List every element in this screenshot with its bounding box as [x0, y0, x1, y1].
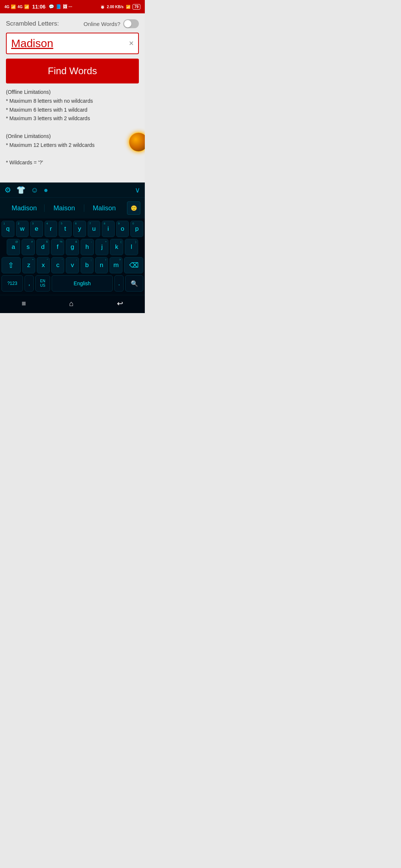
battery-display: 79: [133, 4, 140, 10]
network2-label: 4G: [17, 5, 22, 9]
key-z[interactable]: *z: [22, 257, 35, 273]
status-left: 4G 📶 4G 📶 11:06 💬 📘 🖼 ···: [4, 4, 72, 10]
key-t[interactable]: 5t: [59, 221, 72, 237]
keyboard-dismiss-icon[interactable]: ∨: [135, 185, 140, 194]
alarm-icon: ⏰: [100, 5, 105, 9]
suggestions-bar: Madison Maison Malison 🙂: [0, 198, 145, 218]
key-r[interactable]: 4r: [45, 221, 58, 237]
key-q[interactable]: 1q: [1, 221, 14, 237]
keyboard-rows: 1q 2w 3e 4r 5t 6y 7u 8i 9o 0p @a #s $d %…: [0, 218, 145, 295]
key-y[interactable]: 6y: [73, 221, 86, 237]
time-display: 11:06: [32, 4, 46, 10]
offline-line3: * Maximum 3 letters with 2 wildcards: [6, 114, 139, 123]
key-j[interactable]: +j: [95, 239, 109, 255]
key-p[interactable]: 0p: [130, 221, 143, 237]
nav-menu-icon[interactable]: ≡: [22, 299, 26, 308]
nav-bar: ≡ ⌂ ↩: [0, 295, 145, 313]
online-title: (Online Limitations): [6, 132, 139, 141]
key-u[interactable]: 7u: [88, 221, 101, 237]
facebook-icon: 📘: [56, 4, 61, 9]
network1-label: 4G: [4, 5, 9, 9]
key-e[interactable]: 3e: [30, 221, 43, 237]
online-words-label: Online Words?: [84, 21, 120, 27]
key-b[interactable]: ;b: [81, 257, 94, 273]
header-row: Scrambled Letters: Online Words?: [6, 19, 139, 28]
key-backspace[interactable]: ⌫: [124, 257, 143, 273]
nav-home-icon[interactable]: ⌂: [69, 299, 74, 308]
online-words-row: Online Words?: [84, 19, 139, 28]
key-o[interactable]: 9o: [116, 221, 129, 237]
message-icon: 💬: [49, 4, 54, 9]
key-f[interactable]: %f: [51, 239, 64, 255]
keyboard-row-1: 1q 2w 3e 4r 5t 6y 7u 8i 9o 0p: [1, 221, 143, 237]
keyboard-row-3: ⇧ *z "x 'c :v ;b !n ?m ⌫: [1, 257, 143, 273]
wildcards-note: * Wildcards = '?': [6, 158, 139, 167]
online-line1: * Maximum 12 Letters with 2 wildcards: [6, 141, 139, 150]
keyboard-toolbar: ⚙ 👕 ☺ ● ∨: [0, 183, 145, 198]
limitations-text: (Offline Limitations) * Maximum 8 letter…: [6, 88, 139, 167]
status-bar: 4G 📶 4G 📶 11:06 💬 📘 🖼 ··· ⏰ 2.00 KB/s 📶 …: [0, 0, 145, 13]
key-k[interactable]: (k: [110, 239, 123, 255]
offline-line2: * Maximum 6 letters with 1 wildcard: [6, 106, 139, 115]
suggestion-2[interactable]: Malison: [84, 204, 124, 212]
key-period[interactable]: .: [114, 275, 124, 292]
key-space[interactable]: English: [52, 275, 113, 292]
key-l[interactable]: )l: [125, 239, 138, 255]
online-words-toggle[interactable]: [123, 19, 139, 28]
search-input[interactable]: Madison: [11, 37, 129, 50]
key-a[interactable]: @a: [7, 239, 20, 255]
suggestion-emoji-btn[interactable]: 🙂: [127, 201, 140, 215]
key-n[interactable]: !n: [95, 257, 108, 273]
keyboard-area: ⚙ 👕 ☺ ● ∨ Madison Maison Malison 🙂 1q 2w…: [0, 183, 145, 313]
key-w[interactable]: 2w: [16, 221, 29, 237]
find-words-button[interactable]: Find Words: [6, 59, 139, 83]
search-box[interactable]: Madison ×: [6, 33, 139, 54]
status-right: ⏰ 2.00 KB/s 📶 79: [100, 4, 140, 10]
key-h[interactable]: -h: [81, 239, 94, 255]
offline-line1: * Maximum 8 letters with no wildcards: [6, 97, 139, 106]
app-content: Scrambled Letters: Online Words? Madison…: [0, 13, 145, 183]
key-language[interactable]: ENUS: [35, 275, 50, 292]
offline-title: (Offline Limitations): [6, 88, 139, 97]
network-speed: 2.00 KB/s: [107, 5, 124, 9]
key-s[interactable]: #s: [22, 239, 35, 255]
signal-icon1: 📶: [11, 4, 16, 9]
suggestion-1[interactable]: Maison: [45, 204, 84, 212]
key-comma[interactable]: ,: [25, 275, 34, 292]
app-title: Scrambled Letters:: [6, 20, 59, 27]
key-numbers[interactable]: ?123: [1, 275, 23, 292]
key-search[interactable]: 🔍: [125, 275, 143, 292]
key-m[interactable]: ?m: [110, 257, 123, 273]
key-d[interactable]: $d: [36, 239, 50, 255]
suggestion-0[interactable]: Madison: [4, 204, 44, 212]
image-icon: 🖼: [63, 4, 67, 9]
key-c[interactable]: 'c: [51, 257, 64, 273]
keyboard-face-icon[interactable]: ☺: [31, 186, 38, 194]
keyboard-circle-icon[interactable]: ●: [43, 186, 48, 194]
key-v[interactable]: :v: [66, 257, 79, 273]
keyboard-shirt-icon[interactable]: 👕: [16, 185, 26, 194]
keyboard-settings-icon[interactable]: ⚙: [4, 185, 11, 194]
wifi-icon: 📶: [126, 5, 130, 9]
more-icon: ···: [69, 4, 72, 9]
keyboard-row-4: ?123 , ENUS English . 🔍: [1, 275, 143, 292]
key-g[interactable]: &g: [66, 239, 79, 255]
key-shift[interactable]: ⇧: [1, 257, 21, 273]
signal-icon2: 📶: [24, 4, 29, 9]
key-x[interactable]: "x: [37, 257, 50, 273]
keyboard-row-2: @a #s $d %f &g -h +j (k )l: [1, 239, 143, 255]
clear-icon[interactable]: ×: [129, 39, 134, 48]
nav-back-icon[interactable]: ↩: [117, 299, 123, 308]
key-i[interactable]: 8i: [102, 221, 115, 237]
toggle-knob: [124, 20, 131, 27]
